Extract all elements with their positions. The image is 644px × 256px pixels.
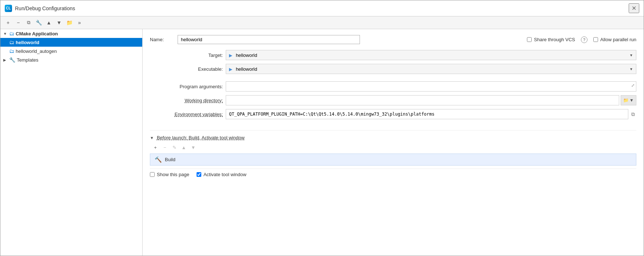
activate-tool-row: Activate tool window [197,172,247,177]
allow-parallel-row: Allow parallel run [593,37,636,42]
target-dropdown-arrow: ▼ [629,53,633,57]
target-dropdown-icon: ▶ [229,53,232,58]
before-launch-arrow-icon: ▼ [150,136,154,140]
titlebar-left: CL Run/Debug Configurations [5,5,75,12]
working-dir-browse-button[interactable]: 📁 ▼ [621,95,636,105]
helloworld-icon: 🗂 [9,39,14,45]
before-launch-add-button[interactable]: + [151,143,159,151]
copy-env-button[interactable]: ⧉ [630,110,636,118]
executable-label: Executable: [150,66,223,72]
sidebar-item-cmake-app[interactable]: ▼ 🗂 CMake Application [0,29,142,38]
move-up-button[interactable]: ▲ [44,18,54,27]
working-dir-label: Working directory: [150,98,223,103]
detail-panel: Name: Share through VCS ? Allow parallel… [143,29,644,256]
helloworld-label: helloworld [16,40,39,45]
move-down-button[interactable]: ▼ [54,18,64,27]
app-logo: CL [5,5,12,12]
help-icon[interactable]: ? [581,36,587,43]
target-row: Target: ▶ helloworld ▼ [150,50,636,60]
window-title: Run/Debug Configurations [15,5,75,11]
before-launch-title: Before launch: Build, Activate tool wind… [157,135,245,140]
share-vcs-row: Share through VCS [527,37,575,42]
allow-parallel-checkbox[interactable] [593,37,598,42]
target-dropdown-value: helloworld [236,53,257,58]
activate-tool-label: Activate tool window [203,172,247,177]
add-button[interactable]: + [3,18,13,27]
env-vars-row: Environment variables: QT_QPA_PLATFORM_P… [150,109,636,119]
working-dir-control: 📁 ▼ [226,95,636,105]
copy-button[interactable]: ⧉ [24,18,33,27]
executable-dropdown-icon: ▶ [229,67,232,72]
spacer1 [150,78,636,81]
before-launch-remove-button[interactable]: − [161,143,169,151]
target-label: Target: [150,53,223,58]
sidebar-item-helloworld-autogen[interactable]: 🗂 helloworld_autogen [0,47,142,55]
executable-row: Executable: ▶ helloworld ▼ [150,64,636,74]
more-button[interactable]: » [75,18,84,27]
sidebar: ▼ 🗂 CMake Application 🗂 helloworld 🗂 hel… [0,29,143,256]
working-dir-input[interactable] [226,95,619,105]
cmake-arrow-icon: ▼ [3,32,8,36]
toolbar: + − ⧉ 🔧 ▲ ▼ 📁 » [0,16,644,29]
templates-label: Templates [17,57,38,63]
templates-arrow-icon: ▶ [3,58,8,62]
expand-icon: ⤢ [631,83,635,88]
target-dropdown[interactable]: ▶ helloworld ▼ [226,50,636,60]
main-content: ▼ 🗂 CMake Application 🗂 helloworld 🗂 hel… [0,29,644,256]
program-args-row: Program arguments: ⤢ [150,81,636,92]
working-dir-row: Working directory: 📁 ▼ [150,95,636,105]
env-vars-control: QT_QPA_PLATFORM_PLUGIN_PATH=C:\Qt\Qt5.14… [226,109,636,119]
remove-button[interactable]: − [13,18,23,27]
folder-button[interactable]: 📁 [65,18,74,27]
main-window: CL Run/Debug Configurations ✕ + − ⧉ 🔧 ▲ … [0,0,644,256]
before-launch-header: ▼ Before launch: Build, Activate tool wi… [150,135,636,140]
titlebar: CL Run/Debug Configurations ✕ [0,0,644,16]
sidebar-item-templates[interactable]: ▶ 🔧 Templates [0,55,142,64]
build-icon: 🔨 [155,156,162,163]
name-row: Name: Share through VCS ? Allow parallel… [150,35,636,44]
build-list-item[interactable]: 🔨 Build [150,154,636,166]
wrench-icon: 🔧 [9,57,15,63]
before-launch-down-button[interactable]: ▼ [189,143,197,151]
build-item-label: Build [165,157,175,162]
before-launch-edit-button[interactable]: ✎ [170,143,178,151]
sidebar-item-helloworld[interactable]: 🗂 helloworld [0,38,142,47]
before-launch-section: ▼ Before launch: Build, Activate tool wi… [150,130,636,177]
footer-row: Show this page Activate tool window [150,168,636,177]
show-page-row: Show this page [150,172,189,177]
activate-tool-checkbox[interactable] [197,172,201,177]
program-args-label: Program arguments: [150,84,223,89]
env-vars-label: Environment variables: [150,112,223,117]
executable-dropdown[interactable]: ▶ helloworld ▼ [226,64,636,74]
executable-control: ▶ helloworld ▼ [226,64,636,74]
program-args-control: ⤢ [226,81,636,92]
browse-arrow: ▼ [629,98,634,103]
close-button[interactable]: ✕ [629,3,639,13]
allow-parallel-label: Allow parallel run [600,37,636,42]
autogen-icon: 🗂 [9,48,14,54]
target-control: ▶ helloworld ▼ [226,50,636,60]
settings-button[interactable]: 🔧 [34,18,43,27]
before-launch-toolbar: + − ✎ ▲ ▼ [150,143,636,151]
env-vars-value: QT_QPA_PLATFORM_PLUGIN_PATH=C:\Qt\Qt5.14… [229,112,435,117]
name-label: Name: [150,37,172,42]
share-vcs-checkbox[interactable] [527,37,532,42]
show-page-checkbox[interactable] [150,172,155,177]
folder-browse-icon: 📁 [623,98,629,103]
cmake-app-label: CMake Application [16,31,58,36]
header-options: Share through VCS ? Allow parallel run [527,36,636,43]
autogen-label: helloworld_autogen [16,49,57,54]
executable-dropdown-value: helloworld [236,66,257,72]
name-input[interactable] [178,35,360,44]
env-vars-input[interactable]: QT_QPA_PLATFORM_PLUGIN_PATH=C:\Qt\Qt5.14… [226,109,628,119]
share-vcs-label: Share through VCS [534,37,575,42]
show-page-label: Show this page [157,172,189,177]
before-launch-up-button[interactable]: ▲ [180,143,188,151]
executable-dropdown-arrow: ▼ [629,67,633,71]
program-args-input[interactable]: ⤢ [226,81,636,92]
cmake-icon: 🗂 [9,31,14,36]
